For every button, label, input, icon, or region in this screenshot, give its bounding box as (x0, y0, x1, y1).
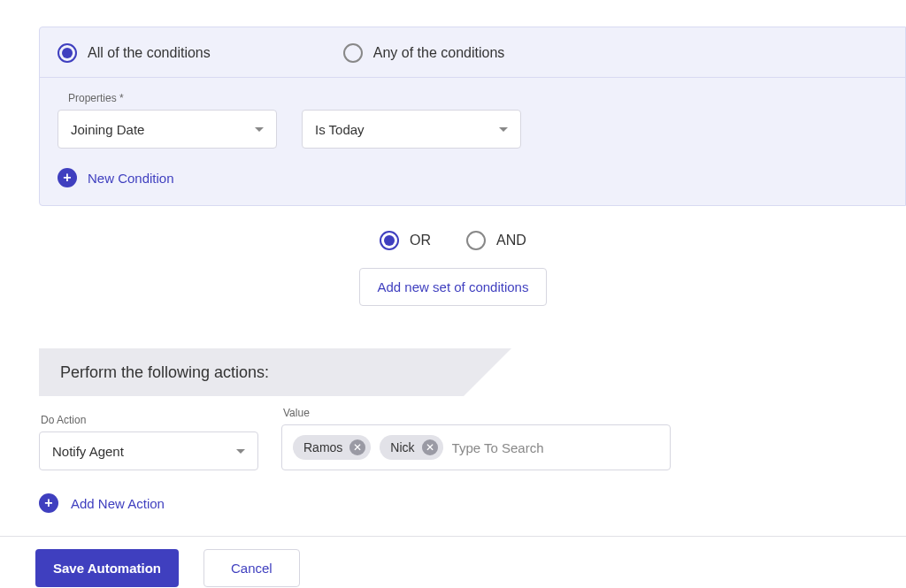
new-condition-label: New Condition (88, 171, 174, 186)
radio-icon (466, 231, 486, 250)
radio-icon (380, 231, 399, 250)
do-action-select[interactable]: Notify Agent (39, 431, 258, 470)
value-tag-input[interactable]: Ramos ✕ Nick ✕ (281, 424, 671, 470)
chevron-down-icon (236, 449, 245, 454)
tag-chip: Ramos ✕ (293, 435, 371, 460)
tag-remove-icon[interactable]: ✕ (349, 439, 365, 455)
radio-icon (343, 43, 363, 63)
conditions-panel: All of the conditions Any of the conditi… (39, 27, 906, 206)
properties-label: Properties * (58, 92, 887, 104)
footer-bar: Save Automation Cancel (0, 536, 906, 588)
set-logic-row: OR AND (0, 231, 906, 250)
actions-header-text: Perform the following actions: (60, 363, 269, 382)
radio-all-label: All of the conditions (88, 45, 211, 61)
add-new-action-button[interactable]: + Add New Action (39, 493, 906, 513)
property-select[interactable]: Joining Date (58, 110, 277, 149)
tag-label: Nick (390, 440, 414, 454)
add-action-label: Add New Action (71, 496, 165, 511)
condition-match-mode-row: All of the conditions Any of the conditi… (40, 43, 905, 78)
add-set-conditions-button[interactable]: Add new set of conditions (359, 268, 548, 306)
tag-label: Ramos (303, 440, 342, 454)
do-action-label: Do Action (39, 414, 258, 426)
tag-remove-icon[interactable]: ✕ (422, 439, 438, 455)
cancel-button[interactable]: Cancel (203, 549, 300, 587)
action-row: Do Action Notify Agent Value Ramos ✕ Nic… (39, 407, 906, 470)
radio-and[interactable]: AND (466, 231, 526, 250)
value-label: Value (281, 407, 671, 419)
operator-select[interactable]: Is Today (302, 110, 521, 149)
do-action-value: Notify Agent (52, 444, 124, 459)
and-label: AND (496, 233, 526, 248)
radio-or[interactable]: OR (380, 231, 431, 250)
radio-any-conditions[interactable]: Any of the conditions (343, 43, 505, 63)
radio-all-conditions[interactable]: All of the conditions (58, 43, 211, 63)
chevron-down-icon (255, 127, 264, 132)
plus-icon: + (58, 168, 77, 187)
radio-any-label: Any of the conditions (373, 45, 505, 61)
or-label: OR (410, 233, 431, 248)
actions-header: Perform the following actions: (39, 348, 464, 396)
operator-select-value: Is Today (315, 122, 365, 137)
plus-icon: + (39, 493, 58, 513)
condition-row: Properties * Joining Date Is Today (40, 78, 905, 149)
new-condition-button[interactable]: + New Condition (40, 149, 905, 187)
property-select-value: Joining Date (71, 122, 144, 137)
tag-chip: Nick ✕ (380, 435, 442, 460)
chevron-down-icon (499, 127, 508, 132)
save-automation-button[interactable]: Save Automation (35, 549, 179, 587)
radio-icon (58, 43, 77, 63)
tag-search-input[interactable] (452, 440, 659, 455)
